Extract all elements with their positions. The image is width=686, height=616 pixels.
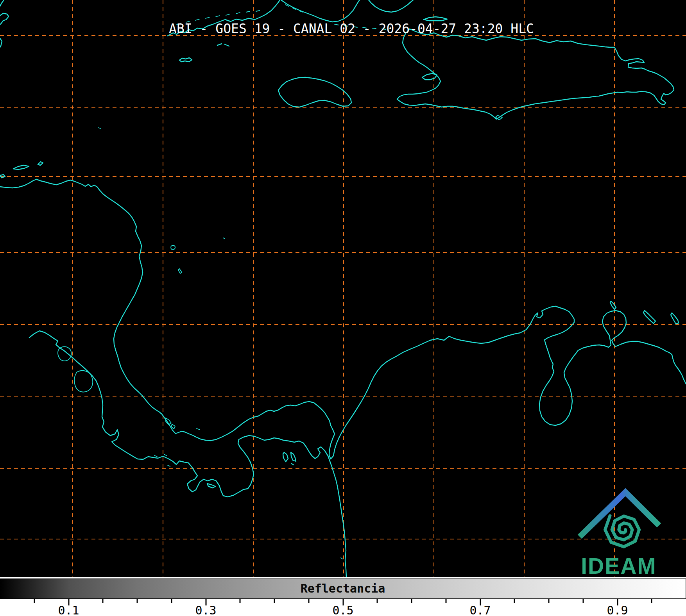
lake-nicaragua	[74, 371, 93, 392]
gorgona-island-dot	[341, 558, 342, 559]
coastline-layer	[0, 0, 686, 577]
pacific-coast	[29, 331, 346, 577]
isla-de-la-juventud	[0, 0, 9, 47]
colorbar-tick	[548, 599, 550, 603]
colorbar-tick	[651, 599, 652, 603]
colorbar-tick-labels: 0.10.30.50.70.9	[0, 605, 686, 616]
colorbar-tick-label: 0.5	[332, 605, 353, 616]
colorbar-tick	[582, 599, 584, 603]
colorbar-tick	[171, 599, 172, 603]
ideam-logo: IDEAM	[580, 492, 659, 577]
colorbar-tick	[240, 599, 241, 603]
san-andres-island	[178, 269, 182, 273]
providencia-island	[171, 245, 175, 250]
colorbar-tick	[274, 599, 275, 603]
aruba	[610, 301, 616, 309]
colorbar-tick	[411, 599, 412, 603]
satellite-map: IDEAM ABI - GOES 19 - CANAL 02 - 2026-04…	[0, 0, 686, 577]
map-title: ABI - GOES 19 - CANAL 02 - 2026-04-27 23…	[169, 21, 534, 36]
lake-managua	[58, 347, 71, 361]
bay-islands-honduras	[0, 162, 43, 178]
colorbar-label: Reflectancia	[301, 579, 385, 599]
colorbar-tick	[377, 599, 378, 603]
colorbar-tick	[137, 599, 138, 603]
colorbar-tick-label: 0.1	[58, 605, 79, 616]
tortuga-island	[424, 17, 447, 21]
colorbar-tick-label: 0.3	[195, 605, 216, 616]
curacao	[643, 311, 656, 323]
colorbar-tick-label: 0.7	[469, 605, 491, 616]
pearl-islands	[283, 452, 296, 465]
screenshot-root: { "header": { "title": "ABI - GOES 19 - …	[0, 0, 686, 616]
jamaica	[278, 77, 351, 107]
gonave-island	[422, 73, 437, 80]
cayman-islands	[179, 44, 229, 62]
grid-layer	[0, 0, 686, 577]
colorbar-tick	[308, 599, 309, 603]
colorbar-tick-label: 0.9	[607, 605, 628, 616]
bonaire	[671, 313, 679, 324]
logo-wordmark: IDEAM	[581, 554, 657, 577]
colorbar-tick	[102, 599, 104, 603]
colorbar-tick	[445, 599, 446, 603]
caribbean-mainland-coast	[0, 179, 686, 459]
swan-island-dot	[99, 128, 101, 129]
colorbar-tick	[514, 599, 515, 603]
hispaniola	[397, 29, 674, 119]
colorbar-tick	[34, 599, 35, 603]
roncador-cay-dot	[223, 238, 225, 239]
logo-spiral-icon	[605, 516, 639, 547]
coiba-island	[207, 484, 215, 488]
